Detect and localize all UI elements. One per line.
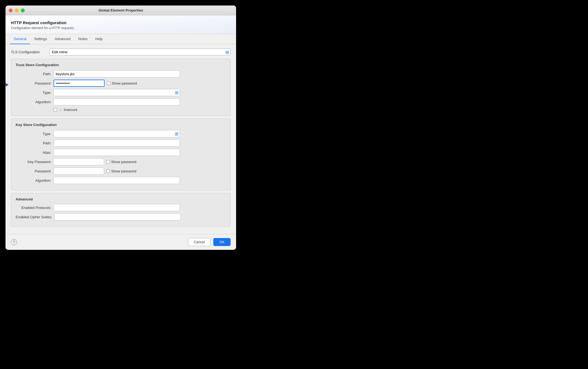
key-store-key-password-row: Key Password: Show password: [16, 158, 226, 165]
key-store-key-password-input[interactable]: [54, 158, 104, 165]
content-area: TLS Configuration Edit inline ⊞ Trust St…: [5, 44, 236, 234]
key-store-password-label: Password:: [16, 169, 51, 173]
trust-store-type-label: Type:: [16, 91, 51, 95]
key-store-show-password-label[interactable]: Show password: [106, 169, 136, 173]
advanced-title: Advanced: [16, 197, 226, 201]
svg-marker-1: [5, 83, 8, 86]
key-store-key-password-label: Key Password:: [16, 160, 51, 164]
footer-bar: ? Cancel OK: [5, 234, 236, 250]
main-window: Global Element Properties HTTP Request c…: [5, 5, 236, 250]
key-store-type-row: Type: ⊞: [16, 130, 226, 137]
trust-store-algorithm-row: Algorithm:: [16, 98, 226, 105]
window-title: Global Element Properties: [99, 8, 143, 12]
key-store-type-wrapper: ⊞: [54, 130, 180, 137]
key-store-key-password-group: Show password: [54, 158, 136, 165]
trust-store-path-row: Path:: [16, 70, 226, 77]
titlebar: Global Element Properties: [5, 5, 236, 15]
key-store-show-key-password-checkbox[interactable]: [106, 160, 110, 164]
key-store-password-input[interactable]: [54, 167, 104, 175]
ok-button[interactable]: OK: [213, 238, 231, 246]
cancel-button[interactable]: Cancel: [188, 238, 211, 246]
tab-advanced[interactable]: Advanced: [51, 34, 74, 44]
key-store-alias-input[interactable]: [54, 149, 180, 156]
tls-config-row: TLS Configuration Edit inline ⊞: [11, 49, 231, 55]
trust-store-show-password-checkbox[interactable]: [107, 82, 110, 85]
enabled-protocols-input[interactable]: [54, 204, 180, 211]
window-controls: [9, 9, 25, 12]
key-store-path-input[interactable]: [54, 139, 180, 147]
trust-store-password-label: Password:: [16, 81, 51, 85]
trust-store-type-wrapper: ⊞: [54, 89, 180, 96]
tab-help[interactable]: Help: [91, 34, 107, 44]
insecure-row: ⚠ Insecure: [54, 108, 226, 112]
key-store-password-row: Password: Show password: [16, 167, 226, 175]
config-subtitle: Configuration element for a HTTP request…: [11, 26, 231, 30]
enabled-cipher-suites-input[interactable]: [54, 213, 181, 220]
enabled-protocols-row: Enabled Protocols:: [16, 204, 226, 211]
key-store-panel: Key Store Configuration Type: ⊞ Path: Al…: [11, 119, 231, 190]
key-store-show-password-checkbox[interactable]: [106, 169, 110, 173]
insecure-label: Insecure: [64, 108, 77, 112]
tab-notes[interactable]: Notes: [74, 34, 91, 44]
trust-store-path-input[interactable]: [54, 70, 180, 77]
tabs-bar: General Settings Advanced Notes Help: [5, 34, 236, 44]
insecure-checkbox[interactable]: [54, 108, 57, 111]
arrow-annotation: [5, 74, 11, 88]
maximize-button[interactable]: [21, 9, 25, 12]
key-store-path-row: Path:: [16, 139, 226, 147]
header-section: HTTP Request configuration Configuration…: [5, 15, 236, 34]
key-store-algorithm-row: Algorithm:: [16, 177, 226, 184]
help-button[interactable]: ?: [11, 239, 17, 245]
config-title: HTTP Request configuration: [11, 20, 231, 25]
trust-store-show-password-label[interactable]: Show password: [107, 81, 137, 85]
trust-store-password-group: Show password: [54, 80, 137, 87]
key-store-type-select[interactable]: [54, 130, 180, 137]
key-store-path-label: Path:: [16, 141, 51, 145]
tab-general[interactable]: General: [10, 34, 30, 44]
tls-config-select[interactable]: Edit inline: [49, 49, 231, 55]
trust-store-password-row: Password: Show password: [16, 80, 226, 87]
trust-store-path-label: Path:: [16, 72, 51, 76]
advanced-panel: Advanced Enabled Protocols: Enabled Ciph…: [11, 193, 231, 227]
svg-line-0: [5, 77, 8, 85]
enabled-cipher-suites-row: Enabled Cipher Suites:: [16, 213, 226, 220]
tab-settings[interactable]: Settings: [30, 34, 51, 44]
key-store-alias-label: Alias:: [16, 150, 51, 155]
trust-store-type-row: Type: ⊞: [16, 89, 226, 96]
trust-store-title: Trust Store Configuration: [16, 63, 226, 67]
trust-store-section-wrapper: Trust Store Configuration Path: Password…: [11, 59, 231, 116]
key-store-title: Key Store Configuration: [16, 123, 226, 127]
key-store-type-label: Type:: [16, 132, 51, 136]
tls-select-wrapper: Edit inline ⊞: [49, 49, 231, 55]
trust-store-type-select[interactable]: [54, 89, 180, 96]
key-store-show-key-password-label[interactable]: Show password: [106, 160, 136, 164]
enabled-cipher-suites-label: Enabled Cipher Suites:: [16, 215, 52, 219]
warning-icon: ⚠: [59, 108, 62, 112]
close-button[interactable]: [9, 9, 13, 12]
key-store-algorithm-input[interactable]: [54, 177, 180, 184]
footer-buttons: Cancel OK: [188, 238, 231, 246]
trust-store-password-input[interactable]: [54, 80, 105, 87]
trust-store-algorithm-input[interactable]: [54, 98, 180, 105]
enabled-protocols-label: Enabled Protocols:: [16, 206, 51, 210]
minimize-button[interactable]: [15, 9, 19, 12]
key-store-alias-row: Alias:: [16, 149, 226, 156]
key-store-algorithm-label: Algorithm:: [16, 178, 51, 183]
trust-store-panel: Trust Store Configuration Path: Password…: [11, 59, 231, 116]
trust-store-algorithm-label: Algorithm:: [16, 100, 51, 104]
key-store-password-group: Show password: [54, 167, 136, 175]
tls-config-label: TLS Configuration: [11, 50, 47, 54]
